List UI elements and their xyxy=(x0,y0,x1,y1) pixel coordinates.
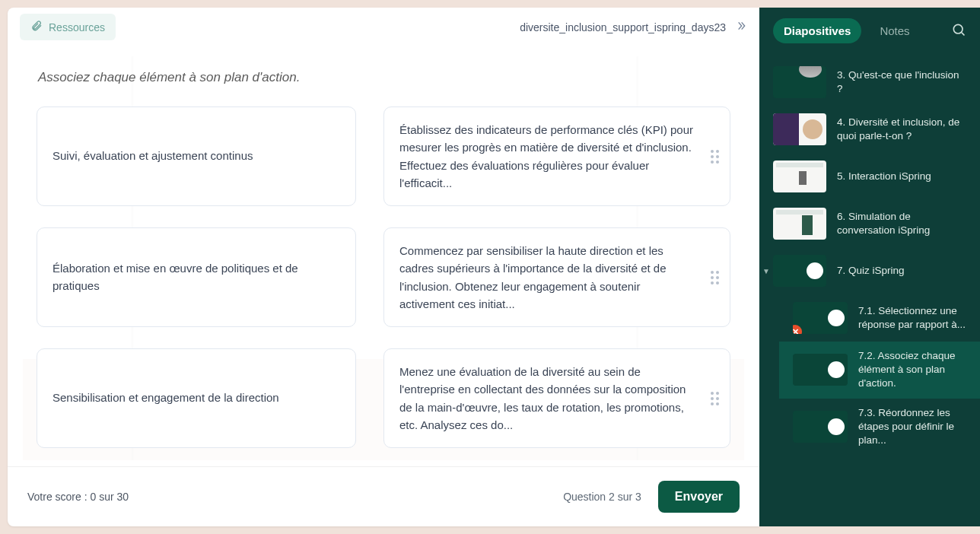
resources-button[interactable]: Ressources xyxy=(20,14,116,40)
drag-item[interactable]: Commencez par sensibiliser la haute dire… xyxy=(383,227,730,327)
search-icon xyxy=(951,22,966,37)
app-root: Ressources diversite_inclusion_support_i… xyxy=(0,0,980,534)
collapse-icon[interactable]: ▼ xyxy=(762,267,770,275)
slide-thumbnail xyxy=(773,113,826,145)
slide-item[interactable]: 4. Diversité et inclusion, de quoi parle… xyxy=(759,106,980,153)
drop-label: Élaboration et mise en œuvre de politiqu… xyxy=(52,260,340,294)
question-progress: Question 2 sur 3 xyxy=(563,491,641,503)
footer-bar: Votre score : 0 sur 30 Question 2 sur 3 … xyxy=(8,466,759,526)
side-panel: Diapositives Notes 3. Qu'est-ce que l'in… xyxy=(759,8,980,526)
slide-label: 6. Simulation de conversation iSpring xyxy=(837,210,966,237)
drag-text: Établissez des indicateurs de performanc… xyxy=(399,121,695,192)
slide-thumbnail xyxy=(793,411,848,443)
slide-label: 7. Quiz iSpring xyxy=(837,264,966,278)
slide-thumbnail xyxy=(773,208,826,240)
slide-thumbnail xyxy=(773,66,826,98)
drop-target[interactable]: Sensibilisation et engagement de la dire… xyxy=(37,348,356,448)
drag-item[interactable]: Menez une évaluation de la diversité au … xyxy=(383,348,730,448)
slide-item[interactable]: 6. Simulation de conversation iSpring xyxy=(759,200,980,247)
drag-text: Commencez par sensibiliser la haute dire… xyxy=(399,242,695,313)
paperclip-icon xyxy=(30,20,43,34)
match-pair: Élaboration et mise en œuvre de politiqu… xyxy=(37,227,730,327)
main-panel: Ressources diversite_inclusion_support_i… xyxy=(8,8,759,526)
drag-item[interactable]: Établissez des indicateurs de performanc… xyxy=(383,106,730,206)
slide-item[interactable]: 5. Interaction iSpring xyxy=(759,153,980,200)
drop-label: Suivi, évaluation et ajustement continus xyxy=(52,148,253,165)
drag-handle-icon[interactable] xyxy=(711,150,719,164)
error-badge-icon: ✕ xyxy=(793,325,802,334)
slide-label: 5. Interaction iSpring xyxy=(837,170,966,183)
slide-label: 4. Diversité et inclusion, de quoi parle… xyxy=(837,116,966,143)
sub-slide-item[interactable]: 7.3. Réordonnez les étapes pour définir … xyxy=(779,399,980,456)
slide-label: 3. Qu'est-ce que l'inclusion ? xyxy=(837,68,966,96)
title-area: diversite_inclusion_support_ispring_days… xyxy=(520,20,747,34)
match-pair: Suivi, évaluation et ajustement continus… xyxy=(37,106,730,206)
sub-slide-item[interactable]: 7.2. Associez chaque élément à son plan … xyxy=(779,342,980,399)
slide-label: 7.1. Sélectionnez une réponse par rappor… xyxy=(858,304,966,332)
presentation-title: diversite_inclusion_support_ispring_days… xyxy=(520,21,726,33)
search-button[interactable] xyxy=(951,22,966,40)
slide-thumbnail xyxy=(793,354,848,386)
svg-point-0 xyxy=(953,24,963,33)
footer-right: Question 2 sur 3 Envoyer xyxy=(563,481,740,513)
slide-thumbnail xyxy=(773,255,826,287)
resources-label: Ressources xyxy=(49,21,105,33)
slide-label: 7.2. Associez chaque élément à son plan … xyxy=(858,349,966,391)
score-text: Votre score : 0 sur 30 xyxy=(27,491,129,503)
submit-button[interactable]: Envoyer xyxy=(658,481,740,513)
sub-slide-list: ✕ 7.1. Sélectionnez une réponse par rapp… xyxy=(759,294,980,455)
drop-target[interactable]: Suivi, évaluation et ajustement continus xyxy=(37,106,356,206)
chevron-double-right-icon[interactable] xyxy=(735,20,747,34)
tab-notes[interactable]: Notes xyxy=(869,18,920,43)
slide-label: 7.3. Réordonnez les étapes pour définir … xyxy=(858,406,966,448)
slide-thumbnail xyxy=(773,161,826,192)
tab-slides[interactable]: Diapositives xyxy=(773,18,861,43)
top-bar: Ressources diversite_inclusion_support_i… xyxy=(8,8,759,47)
sub-slide-item[interactable]: ✕ 7.1. Sélectionnez une réponse par rapp… xyxy=(779,294,980,342)
drag-handle-icon[interactable] xyxy=(711,392,719,405)
slide-list[interactable]: 3. Qu'est-ce que l'inclusion ? 4. Divers… xyxy=(759,54,980,526)
slide-item-parent[interactable]: ▼ 7. Quiz iSpring xyxy=(759,247,980,294)
quiz-instruction: Associez chaque élément à son plan d'act… xyxy=(38,70,729,85)
side-tabs: Diapositives Notes xyxy=(759,8,980,54)
match-pair: Sensibilisation et engagement de la dire… xyxy=(37,348,730,448)
match-pairs: Suivi, évaluation et ajustement continus… xyxy=(23,106,744,448)
slide-item[interactable]: 3. Qu'est-ce que l'inclusion ? xyxy=(759,59,980,106)
drag-handle-icon[interactable] xyxy=(711,271,719,284)
slide-thumbnail: ✕ xyxy=(793,302,848,334)
drag-text: Menez une évaluation de la diversité au … xyxy=(399,363,695,434)
drop-label: Sensibilisation et engagement de la dire… xyxy=(52,389,279,407)
quiz-content: Associez chaque élément à son plan d'act… xyxy=(23,56,744,460)
drop-target[interactable]: Élaboration et mise en œuvre de politiqu… xyxy=(37,227,356,327)
